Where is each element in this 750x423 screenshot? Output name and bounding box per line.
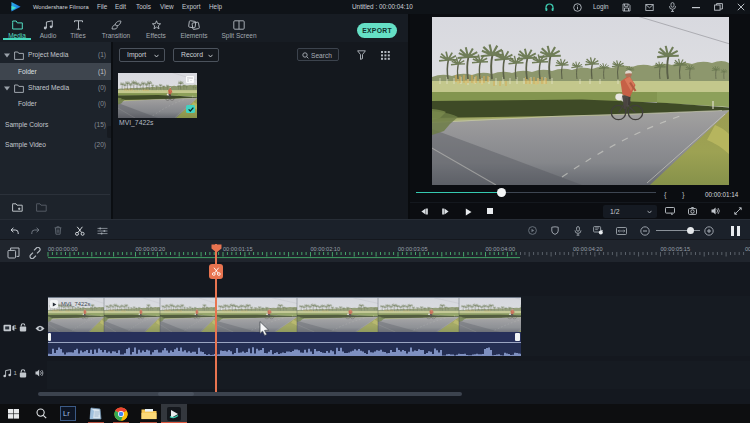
svg-text:00:00:05:15: 00:00:05:15 [661,246,691,252]
svg-text:00:00:02:10: 00:00:02:10 [311,246,341,252]
svg-text:00:0: 00:0 [745,246,750,252]
svg-text:00:00:00:00: 00:00:00:00 [48,246,78,252]
svg-text:00:00:04:00: 00:00:04:00 [486,246,516,252]
svg-text:00:00:03:05: 00:00:03:05 [398,246,428,252]
svg-text:00:00:04:20: 00:00:04:20 [573,246,603,252]
svg-text:00:00:00:20: 00:00:00:20 [136,246,166,252]
svg-text:00:00:01:15: 00:00:01:15 [223,246,253,252]
